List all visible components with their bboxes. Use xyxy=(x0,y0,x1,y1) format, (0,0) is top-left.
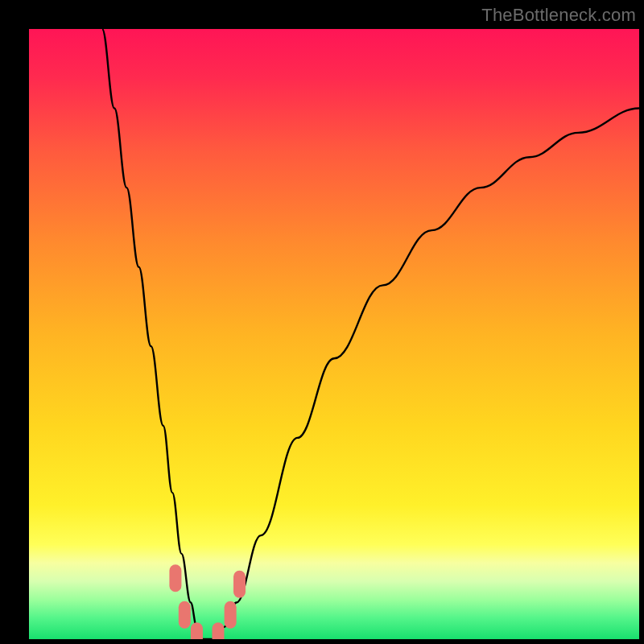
threshold-marker xyxy=(233,571,246,598)
threshold-marker xyxy=(225,601,237,629)
threshold-marker xyxy=(169,564,181,592)
threshold-marker xyxy=(212,622,224,639)
watermark-text: TheBottleneck.com xyxy=(481,5,636,26)
threshold-markers xyxy=(169,564,246,639)
threshold-marker xyxy=(191,622,203,639)
plot-area xyxy=(29,29,639,639)
bottleneck-curve xyxy=(102,29,639,639)
threshold-marker xyxy=(179,601,191,629)
chart-frame: TheBottleneck.com xyxy=(0,0,644,644)
curve-layer xyxy=(29,29,639,639)
